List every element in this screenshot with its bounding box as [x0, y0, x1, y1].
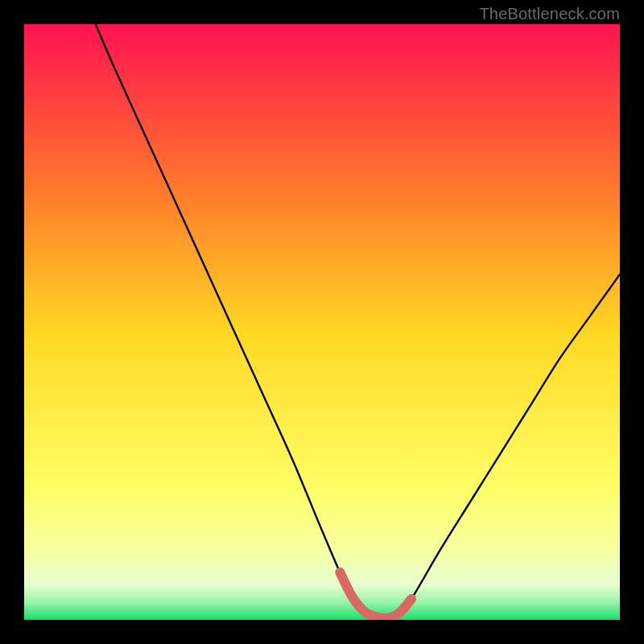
watermark-text: TheBottleneck.com: [479, 5, 620, 23]
plot-area: [24, 24, 620, 620]
chart-svg: [24, 24, 620, 620]
chart-frame: TheBottleneck.com: [0, 0, 644, 644]
